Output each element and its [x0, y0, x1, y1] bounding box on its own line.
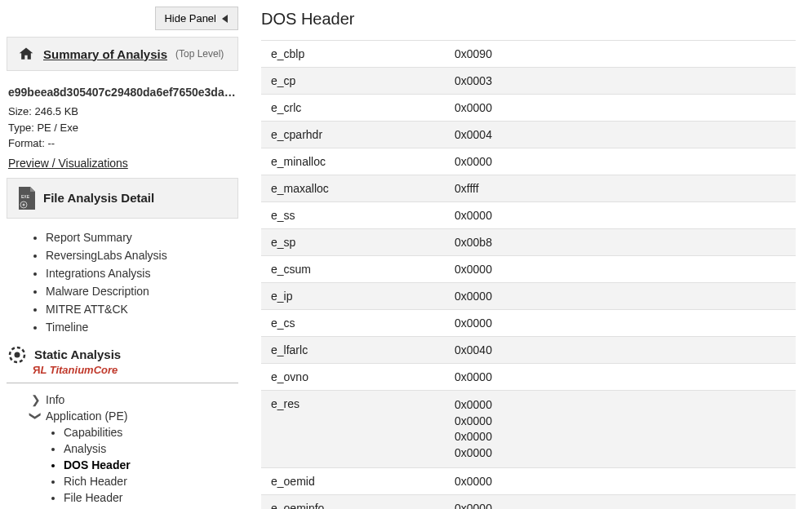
main-content: DOS Header e_cblp0x0090e_cp0x0003e_crlc0…	[245, 0, 812, 509]
file-hash: e99beea8d305407c29480da6ef7650e3da6…	[8, 86, 237, 99]
table-row: e_cblp0x0090	[261, 41, 796, 68]
tree-sublist: CapabilitiesAnalysisDOS HeaderRich Heade…	[31, 424, 238, 510]
detail-item[interactable]: Report Summary	[46, 228, 238, 246]
detail-item[interactable]: ReversingLabs Analysis	[46, 246, 238, 264]
svg-marker-0	[222, 15, 228, 23]
field-name: e_cs	[261, 310, 445, 337]
file-info-block: e99beea8d305407c29480da6ef7650e3da6… Siz…	[7, 81, 238, 178]
file-format: Format: --	[8, 135, 237, 152]
field-value: 0x0000	[445, 95, 796, 122]
svg-point-5	[15, 352, 20, 357]
tree-sub-item[interactable]: DOS Header	[64, 457, 238, 473]
tree-label: Info	[46, 393, 64, 406]
tree-sub-item[interactable]: Rich Header	[64, 473, 238, 489]
file-type: Type: PE / Exe	[8, 120, 237, 136]
field-value: 0x0003	[445, 68, 796, 95]
summary-card: Summary of Analysis (Top Level)	[7, 37, 238, 71]
page-title: DOS Header	[261, 10, 796, 29]
field-name: e_sp	[261, 229, 445, 256]
hide-panel-label: Hide Panel	[164, 12, 216, 24]
field-value: 0x0000	[445, 468, 796, 495]
table-row: e_ss0x0000	[261, 202, 796, 229]
divider	[7, 383, 238, 383]
hide-panel-button[interactable]: Hide Panel	[155, 7, 238, 30]
field-name: e_cblp	[261, 41, 445, 68]
field-name: e_csum	[261, 256, 445, 283]
field-name: e_res	[261, 391, 445, 468]
field-name: e_ovno	[261, 364, 445, 391]
detail-item[interactable]: Malware Description	[46, 282, 238, 300]
tree-sub-item[interactable]: File Header	[64, 489, 238, 506]
target-icon	[8, 346, 26, 364]
table-row: e_cp0x0003	[261, 68, 796, 95]
field-value: 0x0000	[445, 256, 796, 283]
table-row: e_sp0x00b8	[261, 229, 796, 256]
field-name: e_oemid	[261, 468, 445, 495]
field-value: 0x0000	[445, 495, 796, 509]
static-tree: ❯ Info ❯ Application (PE) CapabilitiesAn…	[31, 392, 238, 510]
field-value: 0x0040	[445, 337, 796, 364]
file-size: Size: 246.5 KB	[8, 104, 237, 120]
tree-sub-item[interactable]: Capabilities	[64, 424, 238, 440]
static-analysis-header: Static Analysis	[7, 341, 238, 365]
field-name: e_cp	[261, 68, 445, 95]
table-row: e_oemid0x0000	[261, 468, 796, 495]
table-row: e_ip0x0000	[261, 283, 796, 310]
preview-visualizations-link[interactable]: Preview / Visualizations	[8, 157, 128, 170]
field-name: e_ip	[261, 283, 445, 310]
field-value: 0x0004	[445, 122, 796, 148]
field-value: 0x0000 0x0000 0x0000 0x0000	[445, 391, 796, 468]
field-name: e_cparhdr	[261, 122, 445, 148]
field-value: 0x0000	[445, 310, 796, 337]
svg-point-3	[23, 203, 25, 206]
field-value: 0x0000	[445, 148, 796, 175]
table-row: e_res0x0000 0x0000 0x0000 0x0000	[261, 391, 796, 468]
detail-item[interactable]: Integrations Analysis	[46, 264, 238, 282]
field-value: 0xffff	[445, 175, 796, 202]
field-value: 0x0000	[445, 283, 796, 310]
detail-item[interactable]: MITRE ATT&CK	[46, 300, 238, 318]
tree-item-info[interactable]: ❯ Info	[31, 392, 238, 408]
static-analysis-title: Static Analysis	[34, 347, 121, 361]
exe-file-icon: EXE	[17, 187, 35, 210]
tree-sub-item[interactable]: Analysis	[64, 440, 238, 457]
table-row: e_cs0x0000	[261, 310, 796, 337]
field-name: e_maxalloc	[261, 175, 445, 202]
chevron-right-icon: ❯	[31, 393, 41, 406]
field-value: 0x0000	[445, 364, 796, 391]
table-row: e_lfarlc0x0040	[261, 337, 796, 364]
file-analysis-detail-title: File Analysis Detail	[43, 191, 154, 205]
table-row: e_oeminfo0x0000	[261, 495, 796, 509]
table-row: e_ovno0x0000	[261, 364, 796, 391]
field-value: 0x0090	[445, 41, 796, 68]
table-row: e_csum0x0000	[261, 256, 796, 283]
field-name: e_lfarlc	[261, 337, 445, 364]
summary-suffix: (Top Level)	[175, 48, 224, 60]
tree-label: Application (PE)	[46, 409, 127, 423]
svg-text:EXE: EXE	[21, 194, 30, 199]
table-row: e_crlc0x0000	[261, 95, 796, 122]
detail-card: EXE File Analysis Detail	[7, 178, 238, 219]
field-name: e_minalloc	[261, 148, 445, 175]
detail-items-list: Report SummaryReversingLabs AnalysisInte…	[7, 228, 238, 336]
titaniumcore-brand: RL TitaniumCore	[33, 364, 238, 376]
home-icon	[17, 46, 35, 62]
field-value: 0x0000	[445, 202, 796, 229]
tree-item-application-pe[interactable]: ❯ Application (PE)	[31, 408, 238, 424]
field-name: e_ss	[261, 202, 445, 229]
field-value: 0x00b8	[445, 229, 796, 256]
table-row: e_minalloc0x0000	[261, 148, 796, 175]
table-row: e_maxalloc0xffff	[261, 175, 796, 202]
field-name: e_crlc	[261, 95, 445, 122]
field-name: e_oeminfo	[261, 495, 445, 509]
detail-item[interactable]: Timeline	[46, 318, 238, 336]
table-row: e_cparhdr0x0004	[261, 122, 796, 148]
summary-link[interactable]: Summary of Analysis	[43, 47, 167, 61]
dos-header-table: e_cblp0x0090e_cp0x0003e_crlc0x0000e_cpar…	[261, 40, 796, 509]
chevron-down-icon: ❯	[29, 411, 42, 421]
triangle-left-icon	[221, 15, 229, 23]
tree-sub-item[interactable]: Optional Header	[64, 506, 238, 510]
sidebar: Hide Panel Summary of Analysis (Top Leve…	[0, 0, 245, 509]
